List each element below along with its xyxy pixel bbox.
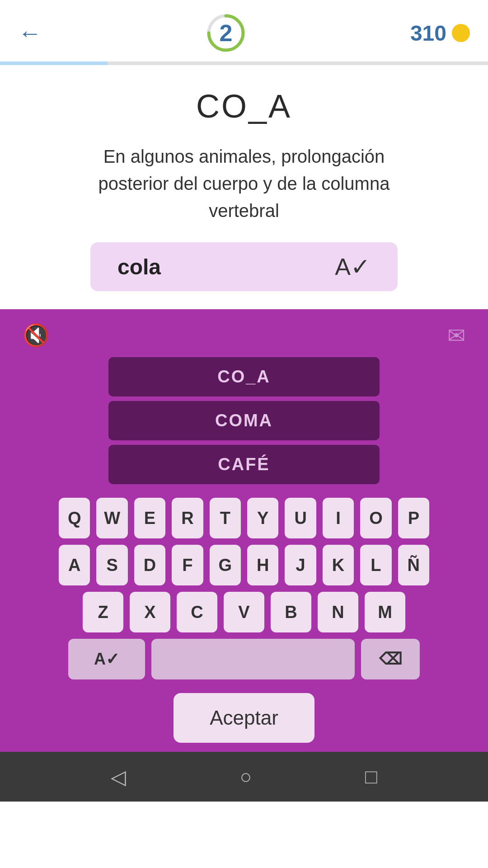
timer-circle: 2 <box>206 13 246 53</box>
keyboard-row-1: Q W E R T Y U I O P <box>59 498 429 538</box>
key-T[interactable]: T <box>210 498 241 538</box>
nav-bar: ◁ ○ □ <box>0 752 488 802</box>
mail-button[interactable]: ✉ <box>447 323 465 348</box>
keyboard-row-3: Z X C V B N M <box>59 592 429 632</box>
key-Q[interactable]: Q <box>59 498 90 538</box>
key-W[interactable]: W <box>96 498 127 538</box>
key-S[interactable]: S <box>96 545 127 585</box>
action-row: 🔇 ✉ <box>18 323 470 348</box>
answer-display: cola A✓ <box>90 242 398 291</box>
game-area: 🔇 ✉ CO_A COMA CAFÉ Q W E R T Y U I O P A… <box>0 309 488 752</box>
mute-button[interactable]: 🔇 <box>23 323 50 348</box>
timer-value: 2 <box>219 19 232 47</box>
key-I[interactable]: I <box>323 498 354 538</box>
key-O[interactable]: O <box>360 498 391 538</box>
key-R[interactable]: R <box>172 498 203 538</box>
top-bar: ← 2 310 <box>0 0 488 61</box>
coin-icon <box>452 24 470 42</box>
back-button[interactable]: ← <box>18 21 42 45</box>
suggestions-container: CO_A COMA CAFÉ <box>108 357 380 484</box>
key-D[interactable]: D <box>134 545 165 585</box>
answer-text: cola <box>117 255 161 279</box>
key-G[interactable]: G <box>210 545 241 585</box>
accept-button[interactable]: Aceptar <box>174 693 314 743</box>
key-K[interactable]: K <box>323 545 354 585</box>
key-B[interactable]: B <box>271 592 311 632</box>
keyboard: Q W E R T Y U I O P A S D F G H J K L Ñ … <box>59 498 429 679</box>
key-P[interactable]: P <box>398 498 429 538</box>
question-card: CO_A En algunos animales, prolongación p… <box>0 65 488 309</box>
progress-bar <box>0 61 488 65</box>
word-pattern: CO_A <box>196 88 292 125</box>
key-J[interactable]: J <box>285 545 316 585</box>
timer-container: 2 <box>206 13 246 53</box>
key-Y[interactable]: Y <box>247 498 278 538</box>
keyboard-row-4: A✓ ⌫ <box>59 639 429 679</box>
key-X[interactable]: X <box>130 592 170 632</box>
key-H[interactable]: H <box>247 545 278 585</box>
key-enie[interactable]: Ñ <box>398 545 429 585</box>
key-F[interactable]: F <box>172 545 203 585</box>
delete-key[interactable]: ⌫ <box>361 639 420 679</box>
clue-text: En algunos animales, prolongación poster… <box>86 143 402 224</box>
key-C[interactable]: C <box>177 592 217 632</box>
key-M[interactable]: M <box>365 592 405 632</box>
space-key[interactable] <box>151 639 355 679</box>
key-U[interactable]: U <box>285 498 316 538</box>
key-N[interactable]: N <box>318 592 358 632</box>
key-E[interactable]: E <box>134 498 165 538</box>
suggestion-item-2[interactable]: CAFÉ <box>108 445 380 484</box>
score-container: 310 <box>410 21 470 46</box>
nav-back-icon[interactable]: ◁ <box>111 765 126 788</box>
nav-recent-icon[interactable]: □ <box>365 765 377 788</box>
suggestion-item-1[interactable]: COMA <box>108 401 380 440</box>
nav-home-icon[interactable]: ○ <box>239 765 252 788</box>
score-value: 310 <box>410 21 446 46</box>
key-A[interactable]: A <box>59 545 90 585</box>
suggestion-item-0[interactable]: CO_A <box>108 357 380 396</box>
key-Z[interactable]: Z <box>83 592 123 632</box>
answer-check-icon: A✓ <box>335 253 371 280</box>
accent-button[interactable]: A✓ <box>68 639 145 679</box>
progress-bar-fill <box>0 61 108 65</box>
key-L[interactable]: L <box>360 545 391 585</box>
keyboard-row-2: A S D F G H J K L Ñ <box>59 545 429 585</box>
key-V[interactable]: V <box>224 592 264 632</box>
